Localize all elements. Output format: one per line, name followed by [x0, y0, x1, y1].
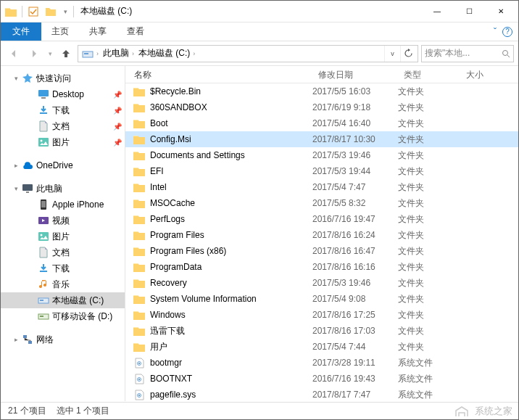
tab-share[interactable]: 共享 [79, 22, 117, 41]
tree-item-label: 文档 [52, 247, 70, 259]
forward-button[interactable] [25, 45, 43, 62]
file-date: 2017/8/16 16:16 [312, 262, 398, 272]
pin-icon: 📌 [113, 107, 122, 115]
help-icon[interactable]: ? [502, 27, 512, 37]
expand-icon[interactable]: ▸ [11, 162, 21, 169]
tree-item-label: 文档 [52, 120, 70, 133]
refresh-button[interactable] [400, 46, 416, 62]
tree-item-iphone[interactable]: Apple iPhone [1, 197, 125, 213]
status-bar: 21 个项目 选中 1 个项目 系统之家 [1, 402, 518, 419]
qat-checkbox-icon[interactable] [26, 4, 41, 19]
tree-item-downloads[interactable]: 下载📌 [1, 102, 125, 118]
address-row: ▾ › 此电脑 › 本地磁盘 (C:) › v 搜索"本地... [1, 41, 518, 66]
file-row[interactable]: 用户2017/5/4 7:44文件夹 [125, 339, 518, 355]
file-row[interactable]: Program Files2017/8/16 16:24文件夹 [125, 227, 518, 243]
tree-item-onedrive[interactable]: ▸OneDrive [1, 157, 125, 173]
qat-dropdown-icon[interactable]: ▾ [61, 4, 70, 19]
folder-app-icon [4, 4, 18, 19]
file-name: Program Files (x86) [150, 246, 226, 256]
qat-folder-icon[interactable] [43, 4, 58, 19]
file-type: 系统文件 [398, 373, 460, 385]
file-date: 2017/5/3 19:46 [312, 150, 398, 160]
file-row[interactable]: Intel2017/5/4 7:47文件夹 [125, 179, 518, 195]
address-bar[interactable]: › 此电脑 › 本地磁盘 (C:) › v [78, 45, 418, 62]
col-size[interactable]: 大小 [460, 66, 492, 83]
file-row[interactable]: $Recycle.Bin2017/5/5 16:03文件夹 [125, 83, 518, 99]
file-name: Boot [150, 118, 168, 128]
chevron-right-icon: › [193, 50, 195, 57]
expand-icon[interactable]: ▾ [11, 75, 21, 82]
expand-icon[interactable]: ▸ [11, 336, 21, 343]
file-date: 2017/5/3 19:44 [312, 166, 398, 176]
close-button[interactable]: ✕ [485, 1, 517, 22]
tree-item-thispc[interactable]: ▾此电脑 [1, 181, 125, 197]
file-name: System Volume Information [150, 294, 257, 304]
file-row[interactable]: System Volume Information2017/5/4 9:08文件… [125, 291, 518, 307]
doc-icon [37, 120, 50, 132]
tree-item-pictures[interactable]: 图片📌 [1, 134, 125, 150]
titlebar: ▾ 本地磁盘 (C:) — ☐ ✕ [1, 1, 518, 22]
tree-item-quick[interactable]: ▾快速访问 [1, 70, 125, 86]
file-row[interactable]: Program Files (x86)2017/8/16 16:47文件夹 [125, 243, 518, 259]
svg-rect-7 [38, 138, 49, 147]
file-row[interactable]: 360SANDBOX2017/6/19 9:18文件夹 [125, 99, 518, 115]
ribbon-right: ˇ ? [494, 22, 518, 41]
expand-icon[interactable]: ▾ [11, 185, 21, 192]
tree-item-label: OneDrive [36, 160, 73, 170]
recent-dropdown-icon[interactable]: ▾ [46, 45, 54, 62]
tab-home[interactable]: 主页 [41, 22, 79, 41]
tree-item-cdrive[interactable]: 本地磁盘 (C:) [1, 292, 125, 308]
tree-item-network[interactable]: ▸网络 [1, 332, 125, 347]
ribbon-expand-icon[interactable]: ˇ [494, 27, 497, 37]
tab-file[interactable]: 文件 [1, 22, 41, 41]
file-row[interactable]: 迅雷下载2017/8/16 17:03文件夹 [125, 323, 518, 339]
tree-item-downloads2[interactable]: 下载 [1, 260, 125, 276]
search-input[interactable]: 搜索"本地... [421, 45, 514, 62]
svg-rect-9 [22, 184, 33, 191]
file-row[interactable]: Windows2017/8/16 17:25文件夹 [125, 307, 518, 323]
tree-item-documents2[interactable]: 文档 [1, 244, 125, 260]
file-type: 文件夹 [398, 102, 460, 114]
address-dropdown-icon[interactable]: v [384, 46, 400, 62]
file-row[interactable]: MSOCache2017/5/5 8:32文件夹 [125, 195, 518, 211]
file-name: bootmgr [150, 358, 182, 368]
maximize-button[interactable]: ☐ [453, 1, 485, 22]
minimize-button[interactable]: — [421, 1, 453, 22]
back-button[interactable] [5, 45, 22, 62]
crumb-root[interactable]: › [80, 46, 101, 62]
file-type: 文件夹 [398, 133, 460, 146]
file-row[interactable]: pagefile.sys2017/8/17 7:47系统文件 [125, 387, 518, 401]
file-row[interactable]: PerfLogs2016/7/16 19:47文件夹 [125, 211, 518, 227]
up-button[interactable] [57, 45, 75, 62]
crumb-cdrive[interactable]: 本地磁盘 (C:) › [136, 46, 197, 62]
tree-item-documents[interactable]: 文档📌 [1, 118, 125, 134]
file-date: 2017/6/19 9:18 [312, 102, 398, 112]
tree-item-videos[interactable]: 视频 [1, 213, 125, 228]
col-type[interactable]: 类型 [398, 66, 460, 83]
tree-item-ddrive[interactable]: 可移动设备 (D:) [1, 308, 125, 324]
tree-item-pictures2[interactable]: 图片 [1, 228, 125, 244]
crumb-thispc[interactable]: 此电脑 › [101, 46, 136, 62]
col-name[interactable]: 名称 [125, 66, 312, 83]
tab-view[interactable]: 查看 [117, 22, 154, 41]
file-row[interactable]: ProgramData2017/8/16 16:16文件夹 [125, 259, 518, 275]
file-row[interactable]: EFI2017/5/3 19:44文件夹 [125, 163, 518, 179]
svg-point-8 [41, 140, 43, 142]
file-row[interactable]: Documents and Settings2017/5/3 19:46文件夹 [125, 147, 518, 163]
file-row[interactable]: BOOTNXT2016/7/16 19:43系统文件 [125, 371, 518, 387]
tree-item-desktop[interactable]: Desktop📌 [1, 86, 125, 102]
folder-icon [133, 229, 146, 241]
svg-rect-20 [40, 316, 43, 317]
file-date: 2017/5/5 16:03 [312, 86, 398, 96]
cloud-icon [21, 160, 34, 171]
svg-rect-14 [38, 232, 49, 241]
star-icon [21, 73, 34, 84]
file-row[interactable]: bootmgr2017/3/28 19:11系统文件 [125, 355, 518, 371]
tree-item-music[interactable]: 音乐 [1, 276, 125, 292]
file-row[interactable]: Recovery2017/5/3 19:46文件夹 [125, 275, 518, 291]
tree-item-label: 快速访问 [36, 73, 71, 85]
col-date[interactable]: 修改日期 [312, 66, 398, 83]
file-row[interactable]: Config.Msi2017/8/17 10:30文件夹 [125, 131, 518, 147]
file-date: 2017/5/4 7:44 [312, 342, 398, 352]
file-row[interactable]: Boot2017/5/4 16:40文件夹 [125, 115, 518, 131]
